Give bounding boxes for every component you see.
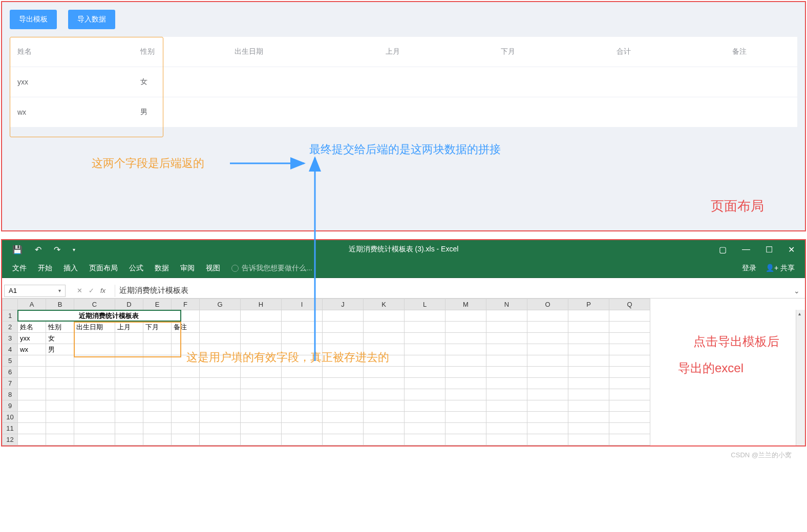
cell[interactable]: 姓名	[18, 322, 46, 333]
tab-formula[interactable]: 公式	[129, 264, 143, 273]
row-header[interactable]: 6	[3, 367, 18, 378]
col-next: 下月	[451, 37, 566, 67]
table-header-row: 姓名 性别 出生日期 上月 下月 合计 备注	[10, 37, 797, 67]
col-header[interactable]: G	[200, 299, 241, 310]
import-data-button[interactable]: 导入数据	[68, 10, 115, 29]
formula-bar: A1 ✕ ✓ fx 近期消费统计模板表 ⌄	[2, 283, 805, 299]
share-button[interactable]: 👤+ 共享	[766, 264, 795, 273]
table-row: wx 男	[10, 97, 797, 127]
cell-sex: 男	[133, 97, 163, 127]
row-header[interactable]: 5	[3, 355, 18, 367]
tab-file[interactable]: 文件	[12, 264, 27, 273]
tab-data[interactable]: 数据	[155, 264, 169, 273]
tab-insert[interactable]: 插入	[63, 264, 78, 273]
col-header[interactable]: H	[241, 299, 282, 310]
cell[interactable]: 性别	[46, 322, 74, 333]
share-icon: 👤+	[766, 264, 778, 272]
col-header[interactable]: C	[74, 299, 115, 310]
col-header[interactable]: Q	[609, 299, 650, 310]
table-wrap: 姓名 性别 出生日期 上月 下月 合计 备注 yxx 女 wx 男	[10, 37, 797, 127]
col-remark: 备注	[682, 37, 797, 67]
tell-me-input[interactable]: 告诉我您想要做什么...	[231, 264, 312, 273]
data-table: 姓名 性别 出生日期 上月 下月 合计 备注 yxx 女 wx 男	[10, 37, 797, 127]
web-app-panel: 导出模板 导入数据 姓名 性别 出生日期 上月 下月 合计 备注 yxx 女	[1, 1, 806, 231]
annotation-submit-concat: 最终提交给后端的是这两块数据的拼接	[309, 142, 501, 157]
window-controls: ▢ — ☐ ✕	[719, 245, 805, 254]
col-header[interactable]: E	[143, 299, 172, 310]
redo-icon[interactable]: ↷	[54, 245, 60, 254]
row-header[interactable]: 7	[3, 378, 18, 389]
select-all-corner[interactable]	[3, 299, 18, 310]
table-row: yxx 女	[10, 67, 797, 97]
ribbon-tabs: 文件 开始 插入 页面布局 公式 数据 审阅 视图 告诉我您想要做什么... 登…	[2, 259, 805, 278]
formula-input[interactable]: 近期消费统计模板表	[115, 285, 789, 297]
name-box[interactable]: A1	[4, 285, 66, 297]
col-header[interactable]: P	[568, 299, 609, 310]
row-header[interactable]: 8	[3, 389, 18, 400]
row-header[interactable]: 3	[3, 333, 18, 344]
col-name: 姓名	[10, 37, 133, 67]
cell[interactable]: wx	[18, 344, 46, 355]
col-header[interactable]: I	[282, 299, 323, 310]
col-header[interactable]: D	[115, 299, 143, 310]
cancel-icon[interactable]: ✕	[77, 287, 82, 294]
minimize-icon[interactable]: —	[742, 245, 750, 254]
cell[interactable]: 备注	[172, 322, 200, 333]
formula-expand-icon[interactable]: ⌄	[789, 287, 805, 295]
vertical-scrollbar[interactable]	[796, 310, 805, 445]
sheet-title-cell[interactable]: 近期消费统计模板表	[18, 310, 200, 322]
col-header[interactable]: A	[18, 299, 46, 310]
cell[interactable]: 女	[46, 333, 74, 344]
row-header[interactable]: 4	[3, 344, 18, 355]
qat-dropdown-icon[interactable]: ▾	[73, 247, 75, 252]
cell[interactable]: yxx	[18, 333, 46, 344]
cell[interactable]: 上月	[115, 322, 143, 333]
row-header[interactable]: 10	[3, 412, 18, 423]
quick-access-toolbar: 💾 ↶ ↷ ▾	[2, 245, 75, 254]
tab-review[interactable]: 审阅	[180, 264, 195, 273]
enter-icon[interactable]: ✓	[89, 287, 94, 294]
col-last: 上月	[335, 37, 451, 67]
row-header[interactable]: 12	[3, 434, 18, 445]
tab-view[interactable]: 视图	[206, 264, 220, 273]
undo-icon[interactable]: ↶	[35, 245, 41, 254]
col-total: 合计	[566, 37, 682, 67]
ribbon-display-icon[interactable]: ▢	[719, 245, 727, 254]
col-header[interactable]: J	[323, 299, 364, 310]
annotation-user-fields: 这是用户填的有效字段，真正被存进去的	[186, 350, 389, 365]
login-link[interactable]: 登录	[742, 264, 756, 273]
col-header[interactable]: B	[46, 299, 74, 310]
col-header[interactable]: O	[527, 299, 568, 310]
row-header[interactable]: 1	[3, 310, 18, 322]
annotation-click-export: 点击导出模板后	[693, 333, 779, 350]
save-icon[interactable]: 💾	[12, 245, 23, 254]
tab-home[interactable]: 开始	[38, 264, 52, 273]
col-header[interactable]: L	[405, 299, 445, 310]
close-icon[interactable]: ✕	[788, 245, 795, 254]
cell-sex: 女	[133, 67, 163, 97]
col-header[interactable]: N	[486, 299, 527, 310]
cell-name: wx	[10, 97, 133, 127]
row-header[interactable]: 2	[3, 322, 18, 333]
excel-titlebar: 💾 ↶ ↷ ▾ 近期消费统计模板表 (3).xls - Excel ▢ — ☐ …	[2, 240, 805, 259]
export-template-button[interactable]: 导出模板	[10, 10, 57, 29]
col-header[interactable]: M	[445, 299, 486, 310]
cell-name: yxx	[10, 67, 133, 97]
col-header[interactable]: K	[364, 299, 405, 310]
watermark: CSDN @兰兰的小窝	[0, 448, 807, 460]
fx-icon[interactable]: fx	[100, 287, 105, 294]
cell[interactable]: 下月	[143, 322, 172, 333]
row-header[interactable]: 9	[3, 400, 18, 412]
annotation-fields-backend: 这两个字段是后端返的	[92, 156, 204, 171]
excel-window: 💾 ↶ ↷ ▾ 近期消费统计模板表 (3).xls - Excel ▢ — ☐ …	[1, 239, 806, 446]
row-header[interactable]: 11	[3, 423, 18, 434]
col-header[interactable]: F	[172, 299, 200, 310]
maximize-icon[interactable]: ☐	[766, 245, 773, 254]
cell[interactable]: 男	[46, 344, 74, 355]
tab-layout[interactable]: 页面布局	[89, 264, 118, 273]
cell[interactable]: 出生日期	[74, 322, 115, 333]
col-birth: 出生日期	[163, 37, 335, 67]
annotation-exported-excel: 导出的excel	[678, 360, 744, 376]
window-title: 近期消费统计模板表 (3).xls - Excel	[349, 245, 459, 254]
spreadsheet-grid[interactable]: A B C D E F G H I J K L M N O P Q 1 近期消费…	[2, 299, 805, 445]
